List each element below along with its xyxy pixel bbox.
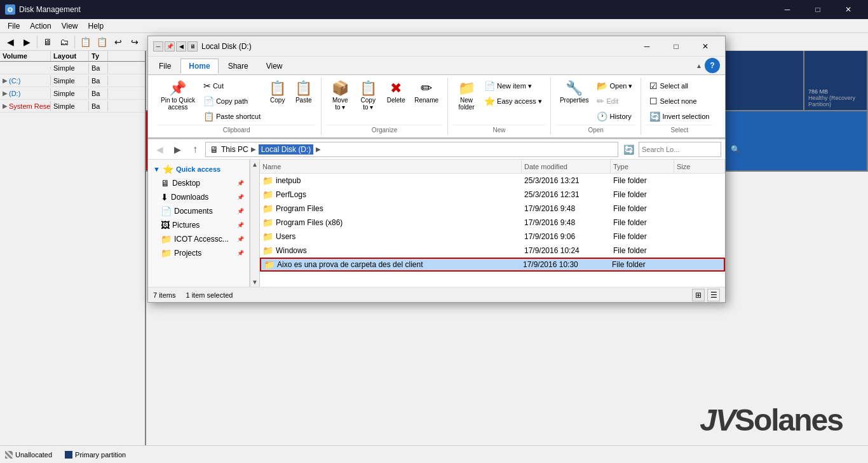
open-button[interactable]: 📂 Open ▾: [593, 79, 635, 93]
path-arrow-1: ▶: [251, 146, 256, 153]
explorer-minimize[interactable]: ─: [632, 37, 661, 56]
select-none-button[interactable]: ☐ Select none: [646, 94, 712, 108]
toolbar-btn-3[interactable]: 📋: [78, 34, 93, 50]
select-items: ☑ Select all ☐ Select none 🔄 Invert sele…: [646, 79, 712, 123]
select-all-button[interactable]: ☑ Select all: [646, 79, 712, 93]
toolbar-btn-1[interactable]: 🖥: [40, 34, 55, 50]
search-input[interactable]: [642, 146, 729, 153]
minimize-button[interactable]: ─: [773, 0, 802, 19]
path-this-pc[interactable]: This PC: [221, 145, 248, 154]
explorer-back-btn-tb[interactable]: ◀: [176, 41, 186, 52]
col-volume[interactable]: Volume: [0, 51, 51, 61]
table-row[interactable]: Simple Ba: [0, 62, 145, 74]
list-item[interactable]: 📁Windows 17/9/2016 10:24 File folder: [260, 244, 725, 258]
list-item[interactable]: 📁Program Files 17/9/2016 9:48 File folde…: [260, 202, 725, 216]
invert-selection-button[interactable]: 🔄 Invert selection: [646, 109, 712, 123]
new-item-button[interactable]: 📄 New item ▾: [481, 79, 545, 93]
paste-shortcut-button[interactable]: 📋 Paste shortcut: [200, 109, 264, 123]
col-type[interactable]: Ty: [89, 51, 108, 61]
nav-icot[interactable]: 📁 ICOT Accessc... 📌: [148, 232, 249, 246]
legend-unallocated-label: Unallocated: [15, 451, 52, 459]
easy-access-button[interactable]: ⭐ Easy access ▾: [481, 94, 545, 108]
vol-name-3[interactable]: System Reserved: [9, 102, 51, 110]
copy-path-button[interactable]: 📄 Copy path: [200, 94, 264, 108]
tab-file[interactable]: File: [151, 59, 179, 74]
nav-downloads[interactable]: ⬇ Downloads 📌: [148, 190, 249, 204]
menu-view[interactable]: View: [57, 20, 83, 32]
history-icon: 🕐: [597, 111, 607, 121]
copy-button[interactable]: ✂ Cut: [200, 79, 264, 93]
explorer-sys-btn[interactable]: ─: [153, 41, 163, 52]
nav-pictures[interactable]: 🖼 Pictures 📌: [148, 218, 249, 232]
col-header-size[interactable]: Size: [674, 160, 725, 173]
explorer-pin-btn[interactable]: 📌: [165, 41, 175, 52]
address-path[interactable]: 🖥 This PC ▶ Local Disk (D:) ▶: [205, 142, 618, 157]
explorer-maximize[interactable]: □: [661, 37, 691, 56]
nav-scroll-down[interactable]: ▼: [252, 279, 258, 286]
disk-mgmt-menubar: File Action View Help: [0, 19, 868, 33]
nav-scrollbar[interactable]: ▲ ▼: [250, 160, 260, 287]
toolbar-btn-2[interactable]: 🗂: [57, 34, 72, 50]
vol-name-2[interactable]: (D:): [9, 90, 20, 97]
list-item[interactable]: 📁inetpub 25/3/2016 13:21 File folder: [260, 174, 725, 188]
quick-access-header[interactable]: ▼ ⭐ Quick access: [148, 162, 249, 176]
list-item[interactable]: 📁PerfLogs 25/3/2016 12:31 File folder: [260, 188, 725, 202]
toolbar-btn-4[interactable]: 📋: [94, 34, 109, 50]
tab-view[interactable]: View: [258, 59, 291, 74]
search-box[interactable]: 🔍: [639, 142, 721, 157]
col-header-name[interactable]: Name: [260, 160, 522, 173]
explorer-close[interactable]: ✕: [691, 37, 720, 56]
documents-icon: 📄: [161, 206, 172, 216]
vol-name-1[interactable]: (C:): [9, 77, 20, 85]
toolbar-btn-5[interactable]: ↩: [111, 34, 126, 50]
list-item[interactable]: 📁Users 17/9/2016 9:06 File folder: [260, 230, 725, 244]
rename-icon: ✏: [421, 81, 432, 95]
paste-button[interactable]: 📋 Paste: [291, 79, 316, 106]
nav-forward-btn[interactable]: ▶: [170, 142, 185, 157]
history-button[interactable]: 🕐 History: [593, 109, 635, 123]
properties-button[interactable]: 🔧 Properties: [556, 79, 593, 106]
back-button[interactable]: ◀: [3, 34, 18, 50]
menu-file[interactable]: File: [3, 20, 25, 32]
copy-big-button[interactable]: 📋 Copy: [265, 79, 290, 106]
file-date-4: 17/9/2016 9:06: [522, 232, 611, 241]
delete-button[interactable]: ✖ Delete: [383, 79, 409, 106]
pin-arrow-icot: 📌: [237, 236, 244, 242]
rename-button[interactable]: ✏ Rename: [410, 79, 442, 106]
easy-access-icon: ⭐: [484, 96, 495, 106]
nav-documents[interactable]: 📄 Documents 📌: [148, 204, 249, 218]
menu-action[interactable]: Action: [25, 20, 56, 32]
forward-button[interactable]: ▶: [19, 34, 34, 50]
pin-to-quick-access-button[interactable]: 📌 Pin to Quickaccess: [157, 79, 199, 113]
col-layout[interactable]: Layout: [51, 51, 89, 61]
table-row[interactable]: ▶ (C:) Simple Ba: [0, 74, 145, 87]
tab-share[interactable]: Share: [220, 59, 257, 74]
partition-recovery0[interactable]: 786 MB Healthy (Recovery Partition): [804, 51, 868, 110]
tab-home[interactable]: Home: [180, 59, 218, 74]
move-to-button[interactable]: 📦 Moveto ▾: [327, 79, 353, 113]
close-button[interactable]: ✕: [834, 0, 863, 19]
menu-help[interactable]: Help: [83, 20, 109, 32]
detail-view-btn[interactable]: ☰: [707, 289, 720, 301]
table-row[interactable]: ▶ System Reserved Simple Ba: [0, 100, 145, 113]
maximize-button[interactable]: □: [803, 0, 832, 19]
table-row[interactable]: ▶ (D:) Simple Ba: [0, 87, 145, 100]
col-header-date[interactable]: Date modified: [522, 160, 611, 173]
col-header-type[interactable]: Type: [611, 160, 674, 173]
nav-up-btn[interactable]: ↑: [187, 142, 203, 157]
list-view-btn[interactable]: ⊞: [692, 289, 705, 301]
nav-back-btn[interactable]: ◀: [152, 142, 167, 157]
help-button[interactable]: ?: [705, 58, 720, 73]
nav-desktop[interactable]: 🖥 Desktop 📌: [148, 176, 249, 190]
nav-projects[interactable]: 📁 Projects 📌: [148, 246, 249, 260]
new-folder-button[interactable]: 📁 Newfolder: [453, 79, 480, 113]
edit-button[interactable]: ✏ Edit: [593, 94, 635, 108]
refresh-button[interactable]: 🔄: [621, 142, 636, 157]
ribbon-collapse-btn[interactable]: ▲: [696, 62, 702, 69]
list-item-selected[interactable]: 📁Aixo es una prova de carpeta des del cl…: [260, 258, 725, 272]
path-local-disk[interactable]: Local Disk (D:): [259, 144, 314, 155]
copy-to-button[interactable]: 📋 Copyto ▾: [355, 79, 381, 113]
nav-scroll-up[interactable]: ▲: [252, 161, 258, 168]
list-item[interactable]: 📁Program Files (x86) 17/9/2016 9:48 File…: [260, 216, 725, 230]
toolbar-btn-6[interactable]: ↪: [127, 34, 142, 50]
